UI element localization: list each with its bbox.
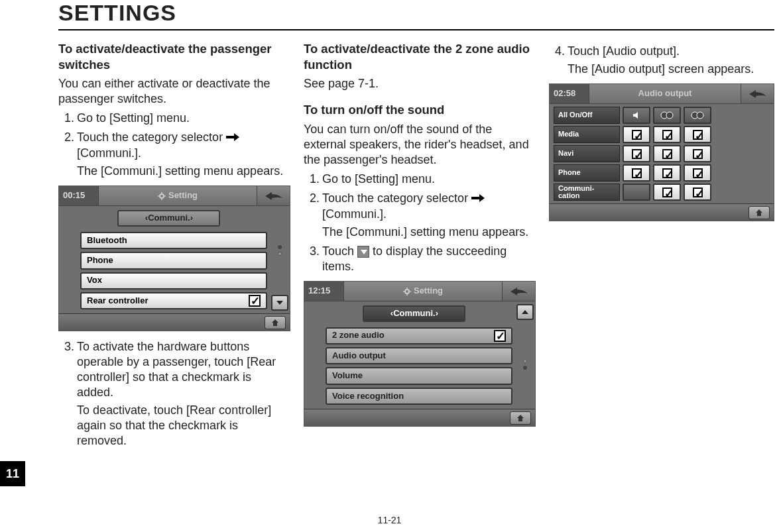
list-item-label: Bluetooth [87,235,127,246]
step-body-pre: Touch [322,244,357,258]
step-item: 1. Go to [Setting] menu. [322,172,536,187]
list-item-label: 2 zone audio [332,330,385,341]
checkbox-icon [693,168,703,178]
step-num: 3. [304,244,320,259]
checkbox-icon [662,130,672,140]
checkbox-cell[interactable] [653,184,681,201]
list-item-label: Volume [332,370,363,382]
screen-title: Setting [344,286,502,297]
step-note: The [Communi.] setting menu appears. [322,225,536,240]
arrow-right-icon [226,131,239,146]
checkbox-cell[interactable] [684,145,711,162]
step-body-tail: [Communi.]. [77,146,141,160]
checkbox-icon [632,168,642,178]
checkbox-cell[interactable] [684,126,711,143]
scroll-dot [278,252,282,256]
list-item-2zone[interactable]: 2 zone audio [326,327,512,345]
step-item: 2. Touch the category selector [Communi.… [77,130,290,179]
setting-list: ‹ Communi. › Bluetooth Phone Vox Rear co… [59,206,270,313]
screenshot-header: 00:15 Setting [59,186,290,206]
home-button[interactable] [510,411,531,425]
table-row: All On/Off [554,107,752,124]
checkbox-icon [662,149,672,159]
svg-point-11 [666,112,673,119]
list-item-bluetooth[interactable]: Bluetooth [80,232,267,249]
passenger-headset-column-header[interactable] [684,107,711,124]
col1-post-steps: 3. To activate the hardware buttons oper… [58,339,290,449]
list-item-audio-output[interactable]: Audio output [326,347,512,364]
checkbox-icon [693,149,703,159]
table-row: Communi- cation [554,184,752,201]
checkbox-icon [662,168,672,178]
category-selector[interactable]: ‹ Communi. › [117,210,220,227]
step-body: Go to [Setting] menu. [77,111,290,126]
row-label-navi: Navi [554,145,620,162]
step-body: Go to [Setting] menu. [322,172,536,187]
screen-title-text: Audio output [638,88,692,99]
table-row: Media [554,126,752,143]
checkbox-cell[interactable] [684,164,711,182]
row-label-communication: Communi- cation [554,184,620,201]
step-body: Touch to display the succeeding items. [322,244,536,274]
scroll-down-button[interactable] [271,295,288,311]
checkbox-cell[interactable] [653,126,681,143]
screenshot-footer [304,409,535,426]
col1-subhead: To activate/deactivate the passenger swi… [58,41,290,72]
category-selector[interactable]: ‹ Communi. › [363,305,465,322]
checkbox-cell[interactable] [623,145,650,162]
step-num: 3. [58,339,74,354]
scroll-side [515,301,535,409]
checkbox-icon[interactable] [494,330,506,342]
col2-steps: 1. Go to [Setting] menu. 2. Touch the ca… [304,172,536,274]
step-num: 1. [304,172,320,187]
scroll-side [755,104,774,203]
checkbox-cell[interactable] [684,184,711,201]
scroll-dot [278,245,282,249]
rider-headset-column-header[interactable] [653,107,681,124]
title-rule [58,29,774,30]
checkbox-cell[interactable] [653,145,681,162]
clock: 12:15 [304,282,344,301]
list-item-volume[interactable]: Volume [326,367,512,384]
step-num: 1. [58,111,74,126]
screen-title-text: Setting [414,286,443,297]
col2-sec1-head: To activate/deactivate the 2 zone audio … [304,41,536,72]
home-button[interactable] [265,316,286,329]
checkbox-icon [693,187,703,197]
checkbox-cell[interactable] [653,164,681,182]
back-button[interactable] [741,84,774,103]
checkbox-cell[interactable] [623,164,650,182]
checkbox-icon[interactable] [249,295,261,307]
list-item-phone[interactable]: Phone [80,252,267,269]
checkbox-cell-disabled [623,184,650,201]
svg-point-5 [405,290,409,293]
col2-sec1-body: See page 7-1. [304,76,536,91]
list-item-vox[interactable]: Vox [80,272,267,290]
clock: 02:58 [550,84,589,103]
col1-intro: You can either activate or deactivate th… [58,76,290,107]
list-item-rear-controller[interactable]: Rear controller [80,292,267,309]
svg-point-0 [160,194,164,198]
screenshot-body: All On/Off Media Navi [550,104,774,203]
checkbox-cell[interactable] [623,126,650,143]
step-num: 2. [58,130,74,145]
screen-title-text: Setting [168,190,198,201]
column-1: To activate/deactivate the passenger swi… [58,41,290,452]
back-button[interactable] [502,282,535,301]
screen-title: Audio output [589,88,741,99]
col2-sec2-body: You can turn on/off the sound of the ext… [304,122,536,168]
home-button[interactable] [749,206,770,219]
category-label: Communi. [148,213,190,224]
screen-title: Setting [99,190,257,201]
speaker-column-header[interactable] [623,107,650,124]
list-item-voice-recognition[interactable]: Voice recognition [326,388,512,405]
scroll-up-button[interactable] [516,304,534,320]
screenshot-setting-communi: 00:15 Setting ‹ Communi. › Bluetooth Pho… [58,186,290,331]
page-number: 11-21 [0,515,779,525]
screenshot-footer [550,203,774,221]
gear-icon [158,192,166,200]
list-item-label: Vox [87,275,102,286]
screenshot-header: 12:15 Setting [304,282,535,301]
back-button[interactable] [257,186,290,205]
section-tab: 11 [0,461,25,486]
